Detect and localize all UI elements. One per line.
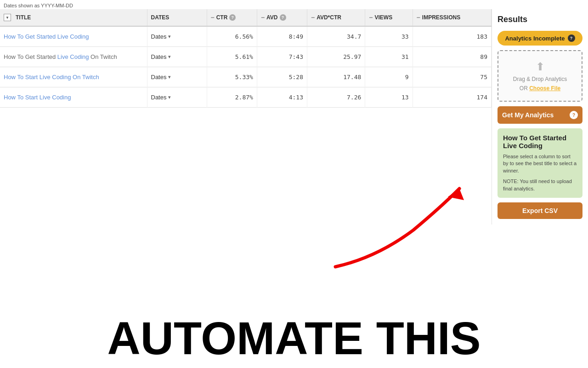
col-impressions-label: IMPRESSIONS <box>422 14 460 21</box>
get-analytics-help-icon[interactable]: ? <box>570 111 578 119</box>
cell-views: 9 <box>365 67 413 87</box>
choose-file-link[interactable]: Choose File <box>529 85 560 92</box>
automate-text: AUTOMATE THIS <box>0 310 588 368</box>
drop-zone-or: OR Choose File <box>520 85 560 92</box>
cell-ctr: 5.61% <box>207 47 257 67</box>
get-analytics-label: Get My Analytics <box>502 111 554 119</box>
cell-avdctr: 25.97 <box>307 47 365 67</box>
results-title: Results <box>498 15 582 24</box>
cell-title[interactable]: How To Start Live Coding <box>0 87 147 108</box>
cell-avd: 4:13 <box>257 87 307 108</box>
title-filter-icon[interactable] <box>4 14 11 21</box>
data-table: TITLE DATES − CTR ? <box>0 9 492 108</box>
impressions-minus-icon[interactable]: − <box>417 14 420 21</box>
col-dates-label: DATES <box>151 14 170 21</box>
table-section: TITLE DATES − CTR ? <box>0 9 492 224</box>
table-row: How To Get Started Live CodingDates▾6.56… <box>0 26 492 47</box>
cell-title[interactable]: How To Start Live Coding On Twitch <box>0 67 147 87</box>
table-row: How To Get Started Live Coding On Twitch… <box>0 47 492 67</box>
cell-impressions: 75 <box>413 67 491 87</box>
ctr-info-icon[interactable]: ? <box>229 14 236 21</box>
cell-views: 33 <box>365 26 413 47</box>
drag-drop-label: Drag & Drop Analytics <box>513 76 567 82</box>
dates-label: Dates <box>151 94 167 101</box>
col-avdctr-label: AVD*CTR <box>317 14 341 21</box>
avdctr-minus-icon[interactable]: − <box>311 14 315 21</box>
dates-chevron-icon[interactable]: ▾ <box>168 54 171 60</box>
dates-chevron-icon[interactable]: ▾ <box>168 94 171 100</box>
cell-dates[interactable]: Dates▾ <box>147 67 207 87</box>
analytics-incomplete-label: Analytics Incomplete <box>505 35 565 42</box>
cell-avdctr: 17.48 <box>307 67 365 87</box>
col-header-impressions[interactable]: − IMPRESSIONS <box>413 9 491 26</box>
cell-avd: 7:43 <box>257 47 307 67</box>
dates-label: Dates <box>151 33 167 40</box>
dates-label: Dates <box>151 53 167 60</box>
ctr-minus-icon[interactable]: − <box>211 14 215 21</box>
cell-ctr: 2.87% <box>207 87 257 108</box>
avd-info-icon[interactable]: ? <box>280 14 286 21</box>
title-link[interactable]: How To Get Started Live Coding <box>4 33 89 40</box>
dates-chevron-icon[interactable]: ▾ <box>168 34 171 40</box>
cell-dates[interactable]: Dates▾ <box>147 87 207 108</box>
analytics-incomplete-info-icon[interactable]: ? <box>568 34 575 42</box>
drop-zone[interactable]: ⬆ Drag & Drop Analytics OR Choose File <box>498 50 582 102</box>
col-header-title[interactable]: TITLE <box>0 9 147 26</box>
analytics-incomplete-button[interactable]: Analytics Incomplete ? <box>498 31 582 46</box>
cell-avdctr: 7.26 <box>307 87 365 108</box>
views-minus-icon[interactable]: − <box>369 14 373 21</box>
col-header-ctr[interactable]: − CTR ? <box>207 9 257 26</box>
cell-title: How To Get Started Live Coding On Twitch <box>0 47 147 67</box>
dates-label: Dates <box>151 74 167 80</box>
table-row: How To Start Live Coding On TwitchDates▾… <box>0 67 492 87</box>
col-header-views[interactable]: − VIEWS <box>365 9 413 26</box>
col-header-dates: DATES <box>147 9 207 26</box>
cell-impressions: 89 <box>413 47 491 67</box>
table-row: How To Start Live CodingDates▾2.87%4:137… <box>0 87 492 108</box>
title-link[interactable]: How To Start Live Coding On Twitch <box>4 74 99 80</box>
cell-views: 31 <box>365 47 413 67</box>
winner-card: How To Get Started Live Coding Please se… <box>498 128 582 198</box>
title-link[interactable]: How To Start Live Coding <box>4 94 71 101</box>
or-label: OR <box>520 85 528 92</box>
cell-impressions: 183 <box>413 26 491 47</box>
results-sidebar: Results Analytics Incomplete ? ⬆ Drag & … <box>492 9 588 224</box>
cell-avd: 8:49 <box>257 26 307 47</box>
winner-note-1: Please select a column to sort by to see… <box>503 153 577 174</box>
dates-chevron-icon[interactable]: ▾ <box>168 74 171 80</box>
cell-avd: 5:28 <box>257 67 307 87</box>
avd-minus-icon[interactable]: − <box>261 14 265 21</box>
cell-ctr: 6.56% <box>207 26 257 47</box>
col-views-label: VIEWS <box>374 14 392 21</box>
cell-views: 13 <box>365 87 413 108</box>
cell-impressions: 174 <box>413 87 491 108</box>
upload-icon: ⬆ <box>536 60 545 73</box>
col-header-avd[interactable]: − AVD ? <box>257 9 307 26</box>
cell-title[interactable]: How To Get Started Live Coding <box>0 26 147 47</box>
cell-avdctr: 34.7 <box>307 26 365 47</box>
cell-dates[interactable]: Dates▾ <box>147 26 207 47</box>
cell-ctr: 5.33% <box>207 67 257 87</box>
winner-title: How To Get Started Live Coding <box>503 134 577 150</box>
col-ctr-label: CTR <box>216 14 228 21</box>
dates-note: Dates shown as YYYY-MM-DD <box>0 0 588 9</box>
col-header-avdctr[interactable]: − AVD*CTR <box>307 9 365 26</box>
partial-link[interactable]: Live Coding <box>57 53 89 60</box>
col-title-label: TITLE <box>16 14 31 21</box>
col-avd-label: AVD <box>266 14 277 21</box>
get-analytics-button[interactable]: Get My Analytics ? <box>498 106 582 124</box>
cell-dates[interactable]: Dates▾ <box>147 47 207 67</box>
winner-note-2: NOTE: You still need to upload final ana… <box>503 178 577 192</box>
export-csv-button[interactable]: Export CSV <box>498 202 582 219</box>
